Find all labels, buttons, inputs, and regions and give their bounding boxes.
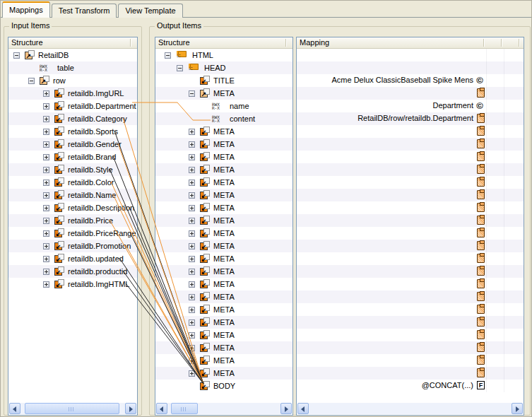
expander-plus-icon[interactable] bbox=[189, 218, 195, 224]
expander-minus-icon[interactable] bbox=[13, 52, 20, 59]
expander-plus-icon[interactable] bbox=[189, 243, 195, 249]
expander-plus-icon[interactable] bbox=[189, 141, 195, 148]
expander-plus-icon[interactable] bbox=[43, 90, 49, 97]
tree-row[interactable]: retaildb.ImgURL bbox=[8, 87, 137, 100]
mapping-row[interactable] bbox=[297, 354, 524, 367]
tree-row[interactable]: META bbox=[155, 290, 292, 303]
expander-plus-icon[interactable] bbox=[189, 154, 195, 160]
scroll-left-button[interactable] bbox=[9, 403, 20, 414]
scroll-right-button[interactable] bbox=[512, 403, 523, 414]
mapping-row[interactable] bbox=[297, 151, 524, 163]
column-resize-handle[interactable] bbox=[501, 39, 502, 47]
tree-row[interactable]: META bbox=[155, 189, 292, 201]
tree-row[interactable]: META bbox=[155, 354, 292, 367]
mapping-row[interactable] bbox=[297, 189, 524, 201]
tab-test-transform[interactable]: Test Transform bbox=[52, 4, 117, 18]
mapping-row[interactable] bbox=[297, 49, 524, 61]
expander-plus-icon[interactable] bbox=[43, 154, 49, 160]
tree-row[interactable]: retaildb.Promotion bbox=[8, 240, 137, 252]
tab-mappings[interactable]: Mappings bbox=[2, 1, 50, 18]
tree-row[interactable]: HEAD bbox=[155, 61, 292, 74]
expander-plus-icon[interactable] bbox=[43, 167, 49, 173]
expander-plus-icon[interactable] bbox=[43, 230, 49, 237]
expander-plus-icon[interactable] bbox=[43, 281, 49, 288]
mapping-row[interactable] bbox=[297, 290, 524, 303]
tree-row[interactable]: retaildb.Category bbox=[8, 112, 137, 125]
expander-plus-icon[interactable] bbox=[189, 319, 195, 326]
mapping-row[interactable] bbox=[297, 214, 524, 227]
mapping-column-header[interactable]: Mapping bbox=[297, 37, 524, 49]
expander-plus-icon[interactable] bbox=[189, 294, 195, 300]
column-resize-handle[interactable] bbox=[483, 39, 485, 47]
expander-plus-icon[interactable] bbox=[43, 180, 49, 186]
expander-minus-icon[interactable] bbox=[177, 65, 183, 71]
scroll-left-button[interactable] bbox=[297, 403, 309, 414]
tree-row[interactable]: HTML bbox=[155, 49, 292, 61]
tree-row[interactable]: META bbox=[155, 303, 292, 316]
tree-row[interactable]: META bbox=[155, 227, 292, 240]
expander-plus-icon[interactable] bbox=[43, 116, 49, 122]
tree-row[interactable]: retaildb.Department bbox=[8, 100, 137, 112]
tree-row[interactable]: retaildb.Price bbox=[8, 214, 137, 227]
expander-plus-icon[interactable] bbox=[189, 180, 195, 186]
tree-row[interactable]: name bbox=[155, 100, 292, 112]
tree-row[interactable]: TITLE bbox=[155, 74, 292, 87]
tree-row[interactable]: META bbox=[155, 163, 292, 176]
expander-plus-icon[interactable] bbox=[43, 192, 49, 199]
expander-minus-icon[interactable] bbox=[189, 90, 195, 97]
tree-row[interactable]: META bbox=[155, 265, 292, 278]
mapping-row[interactable] bbox=[297, 278, 524, 290]
tree-row[interactable]: retaildb.productid bbox=[8, 265, 137, 278]
mapping-row[interactable] bbox=[297, 163, 524, 176]
expander-plus-icon[interactable] bbox=[43, 141, 49, 148]
mapping-row[interactable] bbox=[297, 227, 524, 240]
mapping-row[interactable] bbox=[297, 316, 524, 329]
tree-row[interactable]: META bbox=[155, 367, 292, 380]
tree-row[interactable]: RetailDB bbox=[8, 49, 137, 61]
tree-row[interactable]: table bbox=[8, 61, 137, 74]
tree-row[interactable]: row bbox=[8, 74, 137, 87]
tree-row[interactable]: retaildb.Brand bbox=[8, 151, 137, 163]
tab-view-template[interactable]: View Template bbox=[118, 4, 182, 18]
expander-plus-icon[interactable] bbox=[189, 269, 195, 275]
mapping-row[interactable]: RetailDB/row/retaildb.Department bbox=[297, 112, 524, 125]
tree-row[interactable]: META bbox=[155, 252, 292, 265]
expander-plus-icon[interactable] bbox=[189, 281, 195, 288]
scrollbar-thumb[interactable] bbox=[171, 403, 198, 414]
tree-row[interactable]: META bbox=[155, 87, 292, 100]
column-resize-handle[interactable] bbox=[519, 39, 520, 47]
expander-plus-icon[interactable] bbox=[43, 218, 49, 224]
expander-plus-icon[interactable] bbox=[189, 192, 195, 199]
expander-plus-icon[interactable] bbox=[43, 205, 49, 211]
mapping-row[interactable] bbox=[297, 341, 524, 354]
expander-minus-icon[interactable] bbox=[28, 78, 35, 84]
expander-minus-icon[interactable] bbox=[165, 52, 171, 59]
scroll-right-button[interactable] bbox=[280, 403, 292, 414]
mapping-row[interactable] bbox=[297, 176, 524, 189]
mapping-row[interactable] bbox=[297, 87, 524, 100]
tree-row[interactable]: META bbox=[155, 151, 292, 163]
output-structure-horizontal-scrollbar[interactable] bbox=[156, 403, 292, 414]
input-horizontal-scrollbar[interactable] bbox=[9, 403, 136, 414]
tree-row[interactable]: META bbox=[155, 214, 292, 227]
expander-plus-icon[interactable] bbox=[189, 358, 195, 364]
tree-row[interactable]: META bbox=[155, 278, 292, 290]
tree-row[interactable]: META bbox=[155, 138, 292, 151]
input-structure-column-header[interactable]: Structure bbox=[8, 37, 137, 49]
expander-plus-icon[interactable] bbox=[189, 230, 195, 237]
output-structure-column-header[interactable]: Structure bbox=[155, 37, 292, 49]
expander-plus-icon[interactable] bbox=[43, 256, 49, 262]
expander-plus-icon[interactable] bbox=[189, 345, 195, 351]
tree-row[interactable]: META bbox=[155, 125, 292, 138]
mapping-row[interactable] bbox=[297, 265, 524, 278]
mapping-row[interactable] bbox=[297, 201, 524, 214]
mapping-row[interactable] bbox=[297, 329, 524, 341]
column-resize-handle[interactable] bbox=[130, 39, 131, 47]
expander-plus-icon[interactable] bbox=[189, 256, 195, 262]
tree-row[interactable]: retaildb.Name bbox=[8, 189, 137, 201]
expander-plus-icon[interactable] bbox=[189, 307, 195, 313]
tree-row[interactable]: retaildb.Style bbox=[8, 163, 137, 176]
tree-row[interactable]: content bbox=[155, 112, 292, 125]
expander-plus-icon[interactable] bbox=[189, 129, 195, 135]
expander-plus-icon[interactable] bbox=[189, 205, 195, 211]
